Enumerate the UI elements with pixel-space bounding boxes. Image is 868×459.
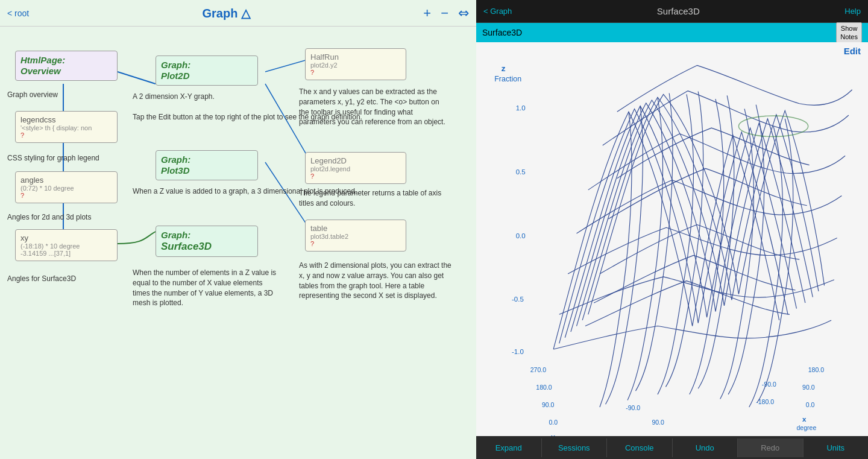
halfrun-subtitle: plot2d.y2 bbox=[310, 62, 401, 69]
svg-text:-90.0: -90.0 bbox=[762, 381, 776, 388]
angles-title: angles bbox=[20, 176, 112, 185]
svg-text:Fraction: Fraction bbox=[494, 75, 521, 83]
sessions-button[interactable]: Sessions bbox=[542, 438, 608, 457]
plot3d-subtitle: Plot3D bbox=[161, 165, 253, 176]
toolbar-actions: + − ⇔ bbox=[423, 5, 469, 21]
node-surface3d[interactable]: Graph: Surface3D bbox=[156, 226, 258, 257]
surface3d-title: Graph: bbox=[161, 230, 253, 241]
show-notes-button[interactable]: ShowNotes bbox=[836, 22, 862, 43]
plot-area: Edit z Fraction 1.0 0.5 0.0 -0.5 -1.0 27… bbox=[476, 42, 868, 436]
legend2d-subtitle: plot2d.legend bbox=[310, 165, 401, 173]
back-link[interactable]: < root bbox=[7, 8, 29, 18]
xy-desc: Angles for Surface3D bbox=[7, 274, 76, 284]
surface3d-header: Surface3D ShowNotes bbox=[476, 23, 868, 42]
svg-text:0.0: 0.0 bbox=[806, 401, 815, 408]
angles-red: ? bbox=[20, 192, 112, 199]
plot2d-title: Graph: bbox=[161, 60, 253, 71]
svg-line-0 bbox=[118, 72, 156, 84]
htmlpage-title: HtmlPage: bbox=[20, 55, 112, 66]
graph-area: HtmlPage: Overview Graph overview legend… bbox=[0, 27, 476, 459]
svg-text:1.0: 1.0 bbox=[516, 104, 526, 112]
help-button[interactable]: Help bbox=[844, 7, 861, 16]
legendcss-title: legendcss bbox=[20, 115, 112, 124]
redo-button[interactable]: Redo bbox=[738, 438, 804, 457]
svg-text:90.0: 90.0 bbox=[652, 419, 664, 426]
legend2d-title: Legend2D bbox=[310, 156, 401, 165]
surface3d-subtitle: Surface3D bbox=[161, 241, 253, 253]
legend2d-desc: The legend parameter returns a table of … bbox=[299, 188, 450, 209]
units-button[interactable]: Units bbox=[804, 438, 869, 457]
svg-text:0.0: 0.0 bbox=[516, 232, 526, 239]
legendcss-subtitle: '<style> th { display: non bbox=[20, 124, 112, 131]
legendcss-desc: CSS styling for graph legend bbox=[7, 153, 99, 163]
right-top-bar: < Graph Surface3D Help bbox=[476, 0, 868, 23]
svg-text:180.0: 180.0 bbox=[808, 366, 825, 373]
expand-button[interactable]: Expand bbox=[476, 438, 542, 457]
xy-subtitle: (-18:18) * 10 degree -3.14159 ...[37,1] bbox=[20, 242, 112, 257]
svg-text:x: x bbox=[802, 416, 807, 423]
htmlpage-subtitle: Overview bbox=[20, 66, 112, 77]
htmlpage-desc: Graph overview bbox=[7, 90, 58, 100]
svg-text:-0.5: -0.5 bbox=[512, 296, 524, 303]
table-red: ? bbox=[310, 240, 401, 247]
legend2d-red: ? bbox=[310, 173, 401, 180]
legendcss-red: ? bbox=[20, 131, 112, 139]
angles-subtitle: (0:72) * 10 degree bbox=[20, 185, 112, 192]
node-plot2d[interactable]: Graph: Plot2D bbox=[156, 55, 258, 86]
halfrun-red: ? bbox=[310, 69, 401, 76]
surface3d-label: Surface3D bbox=[482, 28, 522, 37]
node-legend2d[interactable]: Legend2D plot2d.legend ? bbox=[305, 152, 406, 184]
node-legendcss[interactable]: legendcss '<style> th { display: non ? bbox=[15, 111, 118, 143]
svg-text:-90.0: -90.0 bbox=[626, 404, 640, 411]
table-title: table bbox=[310, 224, 401, 233]
svg-line-4 bbox=[265, 60, 307, 72]
plot3d-title: Graph: bbox=[161, 154, 253, 165]
surface3d-plot: z Fraction 1.0 0.5 0.0 -0.5 -1.0 270.0 1… bbox=[476, 42, 868, 436]
right-back-link[interactable]: < Graph bbox=[483, 7, 512, 16]
node-htmlpage[interactable]: HtmlPage: Overview bbox=[15, 51, 118, 81]
surface3d-desc: When the number of elements in a Z value… bbox=[133, 268, 277, 308]
graph-title: Graph △ bbox=[29, 6, 423, 21]
undo-button[interactable]: Undo bbox=[673, 438, 738, 457]
svg-text:degree: degree bbox=[796, 424, 816, 431]
right-panel: < Graph Surface3D Help Surface3D ShowNot… bbox=[476, 0, 868, 459]
right-center-title: Surface3D bbox=[512, 6, 844, 16]
minus-button[interactable]: − bbox=[441, 5, 448, 21]
svg-text:0.5: 0.5 bbox=[516, 168, 526, 176]
angles-desc: Angles for 2d and 3d plots bbox=[7, 212, 91, 223]
table-subtitle: plot3d.table2 bbox=[310, 233, 401, 240]
node-halfrun[interactable]: HalfRun plot2d.y2 ? bbox=[305, 48, 406, 80]
svg-text:z: z bbox=[502, 64, 506, 73]
svg-text:0.0: 0.0 bbox=[549, 419, 558, 426]
top-bar: < root Graph △ + − ⇔ bbox=[0, 0, 476, 27]
svg-text:270.0: 270.0 bbox=[530, 366, 547, 373]
svg-text:y: y bbox=[551, 433, 555, 436]
node-xy[interactable]: xy (-18:18) * 10 degree -3.14159 ...[37,… bbox=[15, 229, 118, 261]
svg-text:90.0: 90.0 bbox=[802, 384, 815, 391]
node-plot3d[interactable]: Graph: Plot3D bbox=[156, 150, 258, 180]
left-panel: < root Graph △ + − ⇔ bbox=[0, 0, 476, 459]
svg-text:90.0: 90.0 bbox=[542, 401, 555, 408]
arrows-button[interactable]: ⇔ bbox=[458, 5, 469, 21]
xy-title: xy bbox=[20, 233, 112, 242]
bottom-bar: Expand Sessions Console Undo Redo Units bbox=[476, 436, 868, 459]
add-button[interactable]: + bbox=[423, 5, 431, 21]
halfrun-desc: The x and y values can be extracted as t… bbox=[299, 87, 450, 127]
node-table[interactable]: table plot3d.table2 ? bbox=[305, 220, 406, 252]
node-angles[interactable]: angles (0:72) * 10 degree ? bbox=[15, 171, 118, 203]
plot2d-subtitle: Plot2D bbox=[161, 71, 253, 81]
edit-button[interactable]: Edit bbox=[844, 46, 861, 56]
svg-text:180.0: 180.0 bbox=[536, 384, 552, 391]
table-desc: As with 2 dimensional plots, you can ext… bbox=[299, 261, 459, 301]
svg-text:-180.0: -180.0 bbox=[756, 398, 774, 405]
console-button[interactable]: Console bbox=[607, 438, 673, 457]
halfrun-title: HalfRun bbox=[310, 52, 401, 62]
svg-text:-1.0: -1.0 bbox=[512, 348, 524, 355]
